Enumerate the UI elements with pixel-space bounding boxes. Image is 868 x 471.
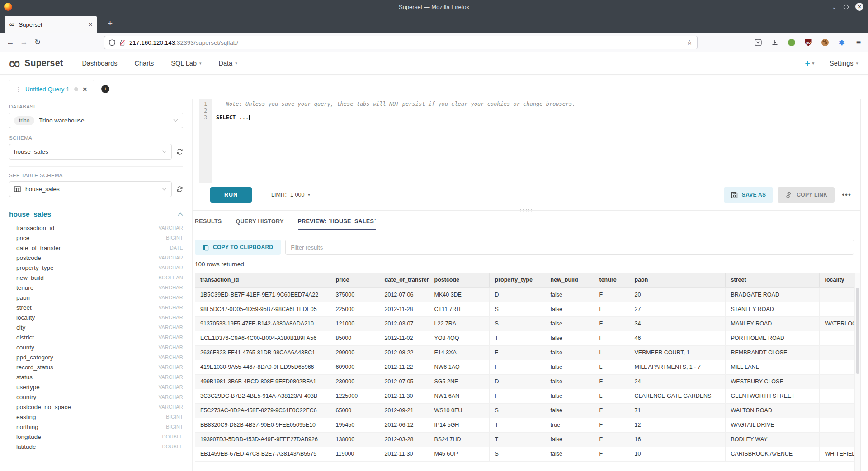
nav-item-sql-lab[interactable]: SQL Lab▾ bbox=[171, 60, 201, 67]
filter-results-input[interactable] bbox=[285, 240, 854, 255]
ublock-icon[interactable]: uO bbox=[804, 38, 812, 47]
cookie-extension-icon[interactable] bbox=[821, 38, 829, 47]
insecure-lock-icon[interactable] bbox=[119, 39, 125, 46]
tab-query-history[interactable]: QUERY HISTORY bbox=[236, 218, 284, 230]
column-item[interactable]: countyVARCHAR bbox=[9, 342, 183, 352]
column-item[interactable]: property_typeVARCHAR bbox=[9, 263, 183, 273]
column-item[interactable]: cityVARCHAR bbox=[9, 322, 183, 332]
sql-editor[interactable]: 123 -- Note: Unless you save your query,… bbox=[193, 99, 860, 183]
forward-button[interactable]: → bbox=[17, 38, 31, 47]
column-item[interactable]: northingBIGINT bbox=[9, 422, 183, 432]
tab-close-icon[interactable]: ✕ bbox=[88, 21, 93, 28]
nav-item-charts[interactable]: Charts bbox=[135, 60, 154, 67]
tab-preview-house-sales[interactable]: PREVIEW: `HOUSE_SALES` bbox=[298, 218, 376, 230]
column-item[interactable]: new_buildBOOLEAN bbox=[9, 273, 183, 283]
bookmark-star-icon[interactable]: ☆ bbox=[687, 38, 693, 47]
table-row[interactable]: 1B5C39ED-BE7F-41EF-9E71-9C60EED74A223750… bbox=[195, 287, 854, 302]
column-item[interactable]: date_of_transferDATE bbox=[9, 243, 183, 253]
pocket-icon[interactable] bbox=[754, 38, 762, 47]
table-row[interactable]: EB1459EB-67ED-47C8-B2E7-A38143AB55751190… bbox=[195, 447, 854, 461]
table-row[interactable]: 91370533-19F5-47FE-B142-A380A8ADA2101210… bbox=[195, 316, 854, 331]
save-as-button[interactable]: SAVE AS bbox=[724, 187, 773, 203]
nav-item-dashboards[interactable]: Dashboards bbox=[82, 60, 117, 67]
column-header-transaction_id[interactable]: transaction_id bbox=[195, 273, 330, 287]
add-new-button[interactable]: + ▾ bbox=[805, 58, 814, 68]
table-row[interactable]: ECE1D376-C9A6-4C00-B004-A380B189FA568500… bbox=[195, 331, 854, 345]
table-row[interactable]: 193907D3-5DBD-453D-A49E-9FEE27DAB9261380… bbox=[195, 432, 854, 447]
table-select[interactable]: house_sales bbox=[9, 181, 172, 197]
column-header-property_type[interactable]: property_type bbox=[489, 273, 545, 287]
table-row[interactable]: 499B1981-3B6B-4BCD-808F-9FED9802BFA12300… bbox=[195, 374, 854, 389]
download-icon[interactable] bbox=[771, 38, 779, 47]
browser-tab[interactable]: ∞ Superset ✕ bbox=[5, 16, 97, 33]
window-close-button[interactable]: ✕ bbox=[855, 3, 863, 11]
query-tab[interactable]: ⋮ Untitled Query 1 ✕ bbox=[9, 80, 94, 99]
column-item[interactable]: districtVARCHAR bbox=[9, 332, 183, 342]
column-item[interactable]: paonVARCHAR bbox=[9, 292, 183, 302]
table-row[interactable]: BB8320C9-D82B-4B37-90E0-9FEE05095E101954… bbox=[195, 418, 854, 432]
column-item[interactable]: tenureVARCHAR bbox=[9, 283, 183, 292]
column-item[interactable]: statusVARCHAR bbox=[9, 372, 183, 382]
results-scrollbar[interactable] bbox=[854, 273, 860, 471]
add-query-tab-button[interactable]: + bbox=[101, 85, 109, 93]
reload-button[interactable]: ↻ bbox=[31, 38, 44, 47]
window-maximize-button[interactable] bbox=[843, 4, 849, 10]
table-row[interactable]: 98F5DC47-0D05-4D59-95B7-98CA6F1FDE052250… bbox=[195, 302, 854, 316]
nav-item-label: Data bbox=[219, 60, 233, 67]
table-schema-heading[interactable]: house_sales bbox=[9, 210, 183, 218]
nav-item-data[interactable]: Data▾ bbox=[219, 60, 237, 67]
new-tab-button[interactable]: + bbox=[108, 19, 113, 28]
column-item[interactable]: longitudeDOUBLE bbox=[9, 432, 183, 442]
copy-link-button[interactable]: COPY LINK bbox=[778, 187, 835, 203]
privacy-badger-icon[interactable] bbox=[788, 38, 796, 47]
column-header-locality[interactable]: locality bbox=[819, 273, 854, 287]
column-header-date_of_transfer[interactable]: date_of_transfer bbox=[379, 273, 429, 287]
superset-logo[interactable]: ∞ Superset bbox=[8, 57, 63, 70]
column-item[interactable]: countryVARCHAR bbox=[9, 392, 183, 402]
run-button[interactable]: RUN bbox=[210, 187, 252, 203]
schema-select[interactable]: house_sales bbox=[9, 144, 172, 160]
column-item[interactable]: postcodeVARCHAR bbox=[9, 253, 183, 263]
table-row[interactable]: F5C273AC-0D2A-458F-8279-9C61F0C22EC66500… bbox=[195, 403, 854, 418]
settings-menu[interactable]: Settings ▾ bbox=[830, 60, 858, 67]
pane-resize-handle[interactable] bbox=[193, 207, 860, 213]
table-row[interactable]: 419E1030-9A55-4467-8DA9-9FED95D659666090… bbox=[195, 360, 854, 374]
extension-asterisk-icon[interactable]: ✱ bbox=[838, 38, 846, 47]
refresh-schema-icon[interactable] bbox=[176, 148, 183, 155]
copy-to-clipboard-button[interactable]: COPY TO CLIPBOARD bbox=[195, 240, 281, 255]
chevron-up-icon[interactable] bbox=[178, 212, 183, 216]
column-item[interactable]: latitudeDOUBLE bbox=[9, 442, 183, 452]
column-item[interactable]: record_statusVARCHAR bbox=[9, 362, 183, 372]
query-tab-close-icon[interactable]: ✕ bbox=[83, 86, 87, 93]
column-header-paon[interactable]: paon bbox=[629, 273, 725, 287]
tab-results[interactable]: RESULTS bbox=[195, 218, 222, 230]
editor-code[interactable]: -- Note: Unless you save your query, the… bbox=[216, 101, 860, 121]
more-actions-button[interactable]: ••• bbox=[842, 190, 851, 199]
column-item[interactable]: localityVARCHAR bbox=[9, 312, 183, 322]
column-item[interactable]: streetVARCHAR bbox=[9, 302, 183, 312]
column-item[interactable]: eastingBIGINT bbox=[9, 412, 183, 422]
results-scrollbar-thumb[interactable] bbox=[856, 288, 859, 374]
table-row[interactable]: 2636F323-FF41-4765-81DB-98CAA6A43BC12990… bbox=[195, 345, 854, 360]
back-button[interactable]: ← bbox=[4, 38, 17, 47]
window-minimize-button[interactable]: ⌄ bbox=[832, 4, 837, 10]
column-header-postcode[interactable]: postcode bbox=[429, 273, 489, 287]
limit-dropdown[interactable]: LIMIT: 1 000 ▾ bbox=[271, 192, 310, 198]
drag-handle-icon[interactable]: ⋮ bbox=[15, 86, 21, 93]
url-bar[interactable]: 217.160.120.143:32393/superset/sqllab/ ☆ bbox=[104, 36, 698, 49]
column-header-tenure[interactable]: tenure bbox=[594, 273, 629, 287]
column-header-street[interactable]: street bbox=[725, 273, 819, 287]
shield-icon[interactable] bbox=[109, 39, 115, 46]
column-header-new_build[interactable]: new_build bbox=[545, 273, 594, 287]
database-select[interactable]: trino Trino warehouse bbox=[9, 113, 183, 128]
column-item[interactable]: usertypeVARCHAR bbox=[9, 382, 183, 392]
column-header-price[interactable]: price bbox=[330, 273, 379, 287]
column-item[interactable]: postcode_no_spaceVARCHAR bbox=[9, 402, 183, 412]
column-item[interactable]: priceBIGINT bbox=[9, 233, 183, 243]
menu-icon[interactable]: ≡ bbox=[854, 38, 863, 47]
column-item[interactable]: transaction_idVARCHAR bbox=[9, 223, 183, 233]
table-row[interactable]: 3C3C29DC-B7B2-4BE5-914A-A38123AF403B1225… bbox=[195, 389, 854, 403]
refresh-table-icon[interactable] bbox=[176, 186, 183, 193]
column-item[interactable]: ppd_categoryVARCHAR bbox=[9, 352, 183, 362]
column-type: VARCHAR bbox=[159, 315, 183, 320]
